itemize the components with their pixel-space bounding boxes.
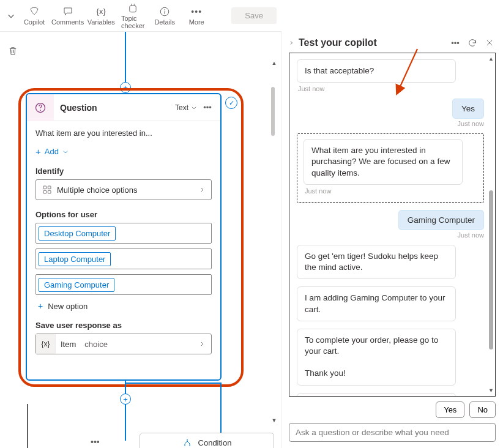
refresh-button[interactable]	[466, 37, 479, 49]
condition-icon	[182, 438, 192, 447]
canvas-scrollbar[interactable]: ▲ ▼	[271, 56, 277, 442]
chat-input[interactable]	[296, 428, 489, 437]
variable-icon: {x}	[36, 334, 56, 354]
options-label: Options for user	[35, 210, 212, 219]
question-node-wrap: ✓ Question Text ••• What item are you in…	[26, 93, 236, 381]
variables-icon: {x}	[95, 6, 106, 17]
options-list: Desktop ComputerLaptop ComputerGaming Co…	[35, 223, 212, 295]
bot-message: To complete your order, please go to you…	[297, 329, 456, 386]
add-node-button[interactable]: +	[120, 82, 131, 93]
identify-label: Identify	[35, 166, 212, 176]
chat-scrollbar[interactable]: ▲ ▼	[488, 54, 494, 395]
svg-point-3	[40, 110, 41, 111]
identify-select[interactable]: Multiple choice options	[35, 179, 212, 200]
timestamp: Just now	[298, 85, 484, 92]
authoring-canvas: + ✓ Question Text ••• What item are	[0, 32, 281, 448]
bot-message: What item are you interested in purchasi…	[304, 139, 463, 185]
condition-node[interactable]: Condition	[140, 433, 274, 448]
toolbar-label: Details	[154, 18, 175, 26]
toolbar-copilot[interactable]: Copilot	[20, 2, 49, 29]
chevron-down-icon	[62, 149, 69, 155]
timestamp: Just now	[458, 231, 484, 239]
chevron-right-icon	[199, 185, 205, 194]
toolbar-topic-checker[interactable]: Topicchecker	[118, 2, 147, 29]
variable-name: Item	[56, 340, 81, 349]
timestamp: Just now	[458, 120, 484, 127]
save-button[interactable]: Save	[231, 7, 277, 24]
add-button[interactable]: + Add	[35, 146, 212, 157]
delete-button[interactable]	[5, 43, 21, 59]
flow-connector	[125, 383, 222, 384]
test-more-button[interactable]: •••	[449, 37, 461, 49]
flow-connector	[27, 404, 28, 448]
bot-message: Did that answer your question?	[297, 393, 456, 397]
scroll-thumb[interactable]	[489, 190, 493, 349]
scroll-down-icon: ▼	[271, 417, 277, 424]
toolbar-label: Variables	[88, 18, 115, 26]
option-input[interactable]: Desktop Computer	[35, 223, 212, 244]
chat-transcript: ▲ ▼ Is that acceptable? Just now Yes Jus…	[289, 53, 496, 397]
option-chip: Laptop Computer	[39, 252, 111, 266]
canvas-more[interactable]: •••	[91, 437, 100, 447]
svg-rect-7	[48, 190, 51, 193]
variable-type: choice	[81, 340, 111, 349]
svg-rect-6	[43, 190, 47, 193]
test-panel: Test your copilot ••• ▲ ▼ Is that accept…	[281, 32, 503, 448]
info-icon	[159, 6, 170, 17]
identify-value: Multiple choice options	[57, 185, 138, 195]
save-as-label: Save user response as	[35, 321, 212, 330]
node-valid-icon: ✓	[225, 97, 237, 109]
quick-reply-no[interactable]: No	[469, 401, 496, 418]
bot-message: Go get 'em tiger! Sudoku helps keep the …	[297, 245, 456, 279]
toolbar: Copilot Comments {x} Variables Topicchec…	[0, 0, 281, 32]
node-header: Question Text •••	[27, 94, 220, 121]
grid-icon	[42, 185, 52, 195]
topic-checker-icon	[127, 2, 138, 13]
toolbar-label: More	[189, 18, 204, 26]
scroll-up-icon: ▲	[271, 60, 277, 66]
node-type-selector[interactable]: Text	[175, 103, 197, 112]
svg-rect-4	[43, 186, 47, 189]
toolbar-details[interactable]: Details	[150, 2, 179, 29]
bot-message: Is that acceptable?	[297, 59, 456, 83]
toolbar-label: Copilot	[24, 18, 45, 26]
toolbar-comments[interactable]: Comments	[51, 2, 84, 29]
node-more-button[interactable]: •••	[201, 103, 214, 112]
more-icon: •••	[191, 6, 202, 17]
chat-input-row	[289, 423, 496, 442]
toolbar-expand[interactable]	[5, 12, 17, 20]
question-icon	[27, 94, 54, 121]
toolbar-variables[interactable]: {x} Variables	[86, 2, 116, 29]
focused-message[interactable]: What item are you interested in purchasi…	[297, 133, 484, 203]
svg-point-1	[164, 9, 165, 10]
option-input[interactable]: Laptop Computer	[35, 248, 212, 269]
chevron-down-icon	[191, 105, 197, 111]
quick-replies: Yes No	[289, 401, 496, 418]
flow-connector	[125, 379, 126, 441]
option-chip: Desktop Computer	[39, 226, 116, 241]
option-chip: Gaming Computer	[39, 278, 114, 292]
bot-message: I am adding Gaming Computer to your cart…	[297, 286, 456, 321]
user-message: Gaming Computer	[398, 210, 484, 230]
svg-rect-5	[48, 186, 51, 189]
option-input[interactable]: Gaming Computer	[35, 274, 212, 295]
collapse-icon[interactable]	[289, 39, 294, 47]
new-option-button[interactable]: + New option	[38, 301, 212, 311]
variable-select[interactable]: {x} Item choice	[35, 334, 212, 354]
timestamp: Just now	[305, 187, 477, 195]
comment-icon	[62, 6, 73, 17]
test-panel-title: Test your copilot	[299, 37, 444, 48]
chevron-right-icon	[199, 340, 211, 348]
quick-reply-yes[interactable]: Yes	[436, 401, 464, 418]
scroll-thumb[interactable]	[271, 87, 275, 136]
toolbar-label: Comments	[51, 18, 84, 26]
question-text[interactable]: What item are you interested in...	[35, 129, 212, 138]
toolbar-label: Topicchecker	[121, 15, 145, 29]
toolbar-more[interactable]: ••• More	[182, 2, 211, 29]
copilot-icon	[29, 6, 40, 17]
user-message: Yes	[452, 99, 484, 119]
node-title: Question	[60, 103, 175, 113]
add-node-button[interactable]: +	[120, 394, 131, 405]
close-button[interactable]	[483, 37, 496, 49]
question-node[interactable]: ✓ Question Text ••• What item are you in…	[26, 93, 222, 381]
